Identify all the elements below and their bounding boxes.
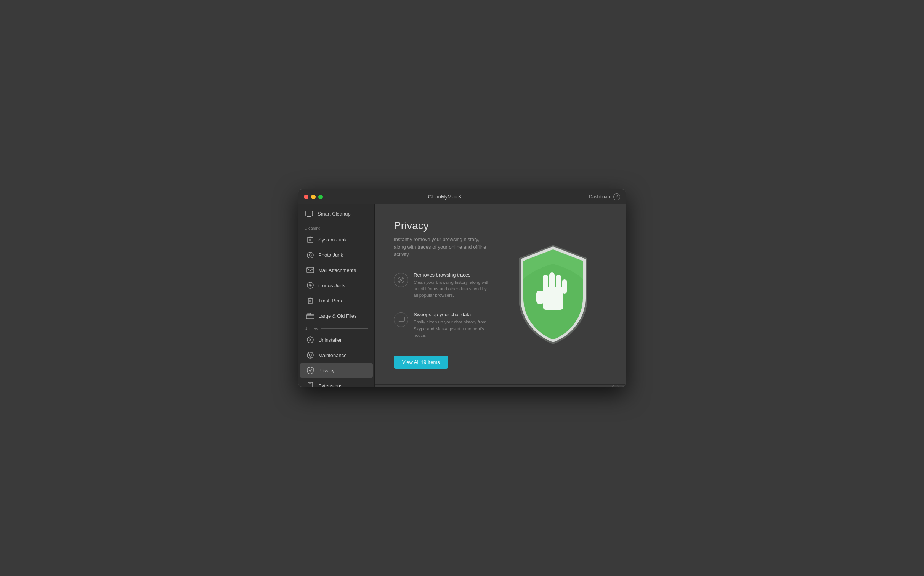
divider-top (394, 266, 492, 266)
photo-junk-icon (306, 251, 314, 259)
svg-point-20 (401, 279, 402, 280)
system-junk-label: System Junk (318, 237, 346, 243)
system-junk-icon (306, 235, 314, 244)
feature-browsing-title: Removes browsing traces (414, 272, 492, 278)
dashboard-label: Dashboard (589, 194, 611, 200)
page-title: Privacy (394, 220, 492, 232)
section-cleaning: Cleaning (298, 223, 374, 232)
help-button[interactable]: ? (612, 385, 619, 387)
dashboard-icon: ? (613, 193, 620, 200)
page-description: Instantly remove your browsing history, … (394, 236, 492, 258)
svg-point-23 (402, 319, 403, 319)
content-right (500, 220, 606, 369)
sidebar-item-smart-cleanup[interactable]: Smart Cleanup (298, 204, 374, 223)
trash-bins-icon (306, 296, 314, 305)
chat-icon (394, 312, 408, 327)
mail-attachments-icon (306, 266, 314, 274)
mail-attachments-label: Mail Attachments (318, 267, 356, 273)
svg-rect-26 (543, 275, 548, 292)
window-title: CleanMyMac 3 (300, 194, 589, 200)
privacy-label: Privacy (318, 368, 335, 373)
svg-rect-28 (556, 275, 561, 292)
maintenance-label: Maintenance (318, 352, 346, 358)
sidebar-item-itunes-junk[interactable]: iTunes Junk (300, 278, 373, 293)
main-content: Privacy Instantly remove your browsing h… (375, 204, 626, 384)
feature-browsing-desc: Clean your browsing history, along with … (414, 279, 492, 299)
sidebar-item-privacy[interactable]: Privacy (300, 363, 373, 378)
uninstaller-label: Uninstaller (318, 337, 342, 343)
main-panel: Privacy Instantly remove your browsing h… (375, 204, 626, 387)
sidebar-item-photo-junk[interactable]: Photo Junk (300, 248, 373, 262)
svg-point-22 (401, 319, 401, 319)
section-utilities: Utilities (298, 323, 374, 332)
sidebar-item-maintenance[interactable]: Maintenance (300, 348, 373, 362)
feature-chat-title: Sweeps up your chat data (414, 312, 492, 317)
svg-point-21 (399, 319, 400, 319)
svg-rect-2 (307, 216, 311, 217)
sidebar-item-mail-attachments[interactable]: Mail Attachments (300, 263, 373, 277)
feature-browsing-traces: Removes browsing traces Clean your brows… (394, 272, 492, 299)
svg-rect-0 (306, 211, 313, 216)
divider-middle (394, 306, 492, 306)
compass-icon (394, 273, 408, 287)
itunes-junk-icon (306, 281, 314, 290)
svg-rect-12 (308, 313, 311, 315)
smart-cleanup-label: Smart Cleanup (318, 211, 351, 217)
sidebar-item-large-old-files[interactable]: Large & Old Files (300, 309, 373, 323)
svg-point-6 (310, 253, 311, 254)
extensions-label: Extensions (318, 383, 343, 387)
content-left: Privacy Instantly remove your browsing h… (394, 220, 492, 369)
svg-rect-7 (307, 267, 314, 273)
dashboard-button[interactable]: Dashboard ? (589, 193, 620, 200)
svg-rect-17 (309, 383, 311, 384)
maintenance-icon (306, 351, 314, 359)
titlebar: CleanMyMac 3 Dashboard ? (298, 189, 626, 204)
large-old-files-label: Large & Old Files (318, 313, 356, 319)
help-label: ? (614, 386, 617, 387)
svg-point-15 (309, 354, 311, 356)
footer-bar: ? (375, 384, 626, 387)
photo-junk-label: Photo Junk (318, 252, 343, 258)
privacy-shield (507, 241, 599, 348)
svg-rect-25 (536, 291, 544, 304)
feature-chat-text: Sweeps up your chat data Easily clean up… (414, 312, 492, 339)
feature-browsing-text: Removes browsing traces Clean your brows… (414, 272, 492, 299)
smart-cleanup-icon (305, 209, 314, 218)
svg-rect-29 (562, 279, 567, 294)
extensions-icon (306, 381, 314, 387)
feature-chat-data: Sweeps up your chat data Easily clean up… (394, 312, 492, 339)
itunes-junk-label: iTunes Junk (318, 283, 345, 288)
svg-point-10 (310, 285, 311, 286)
svg-rect-16 (308, 382, 313, 387)
feature-chat-desc: Easily clean up your chat history from S… (414, 319, 492, 339)
svg-point-5 (309, 254, 311, 256)
trash-bins-label: Trash Bins (318, 298, 342, 304)
divider-bottom (394, 346, 492, 346)
sidebar: Smart Cleanup Cleaning System Junk (298, 204, 375, 387)
app-window: CleanMyMac 3 Dashboard ? Smart Cleanup (298, 189, 626, 387)
view-all-button[interactable]: View All 19 Items (394, 356, 448, 369)
svg-rect-27 (549, 272, 555, 291)
large-old-files-icon (306, 312, 314, 320)
uninstaller-icon (306, 336, 314, 344)
shield-svg (507, 241, 599, 348)
main-layout: Smart Cleanup Cleaning System Junk (298, 204, 626, 387)
sidebar-item-trash-bins[interactable]: Trash Bins (300, 293, 373, 308)
privacy-icon (306, 366, 314, 375)
sidebar-item-system-junk[interactable]: System Junk (300, 232, 373, 247)
sidebar-item-extensions[interactable]: Extensions (300, 378, 373, 387)
sidebar-item-uninstaller[interactable]: Uninstaller (300, 333, 373, 347)
